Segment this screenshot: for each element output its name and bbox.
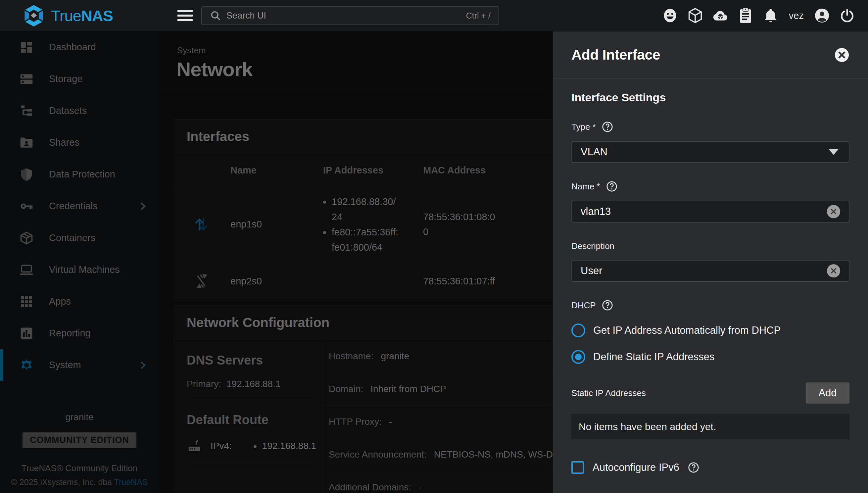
feedback-icon[interactable] (663, 8, 678, 23)
static-ip-section: Static IP Addresses Add (571, 382, 849, 404)
radio-selected-icon (571, 350, 585, 364)
user-avatar-icon[interactable] (815, 8, 830, 23)
radio-static[interactable]: Define Static IP Addresses (571, 350, 849, 364)
truenas-logo-icon (22, 4, 45, 27)
panel-header: Add Interface (553, 31, 868, 79)
topbar: TrueNAS Ctrl + / (0, 0, 868, 31)
type-select-value: VLAN (581, 146, 829, 158)
radio-unselected-icon (571, 323, 585, 337)
global-search[interactable]: Ctrl + / (201, 6, 499, 25)
topbar-actions: vez (663, 8, 868, 23)
static-ip-label: Static IP Addresses (571, 388, 646, 398)
power-icon[interactable] (840, 8, 855, 23)
help-icon[interactable] (688, 462, 699, 473)
help-icon[interactable] (606, 181, 617, 192)
type-label: Type * (571, 121, 849, 132)
name-field-wrap (571, 201, 849, 222)
name-field[interactable] (581, 206, 827, 217)
search-icon (210, 10, 221, 21)
truenas-connect-cloud-icon[interactable] (713, 8, 728, 23)
menu-toggle-icon[interactable] (177, 10, 193, 21)
autoconfigure-ipv6-row: Autoconfigure IPv6 (571, 461, 849, 474)
description-field-wrap (571, 260, 849, 282)
clear-icon[interactable] (827, 264, 840, 277)
panel-title: Add Interface (571, 47, 660, 63)
clear-icon[interactable] (827, 205, 840, 218)
add-interface-panel: Add Interface Interface Settings Type * … (553, 31, 868, 493)
close-icon[interactable] (834, 47, 849, 63)
search-shortcut: Ctrl + / (466, 11, 491, 21)
static-ip-empty-message: No items have been added yet. (571, 414, 849, 440)
help-icon[interactable] (602, 300, 613, 311)
dropdown-caret-icon (829, 149, 838, 155)
interface-settings-heading: Interface Settings (571, 91, 849, 104)
truenas-app: TrueNAS Ctrl + / (0, 0, 868, 493)
truenas-logo-text: TrueNAS (51, 7, 113, 25)
alerts-bell-icon[interactable] (763, 8, 778, 23)
help-icon[interactable] (602, 121, 613, 132)
radio-dhcp[interactable]: Get IP Address Automatically from DHCP (571, 323, 849, 337)
search-input[interactable] (226, 10, 461, 21)
description-field[interactable] (581, 265, 827, 277)
panel-body: Interface Settings Type * VLAN Name * De… (553, 91, 868, 474)
name-label: Name * (571, 181, 849, 192)
truenas-logo[interactable]: TrueNAS (0, 4, 159, 27)
dhcp-label: DHCP (571, 300, 849, 311)
type-select[interactable]: VLAN (571, 141, 849, 163)
hostname-label: vez (788, 10, 804, 21)
checkbox-unchecked-icon[interactable] (571, 461, 584, 474)
description-label: Description (571, 241, 849, 251)
autoconfigure-ipv6-label: Autoconfigure IPv6 (592, 462, 679, 473)
add-static-ip-button[interactable]: Add (806, 382, 849, 404)
ix-systems-icon[interactable] (688, 8, 703, 23)
jobs-clipboard-icon[interactable] (738, 8, 753, 23)
